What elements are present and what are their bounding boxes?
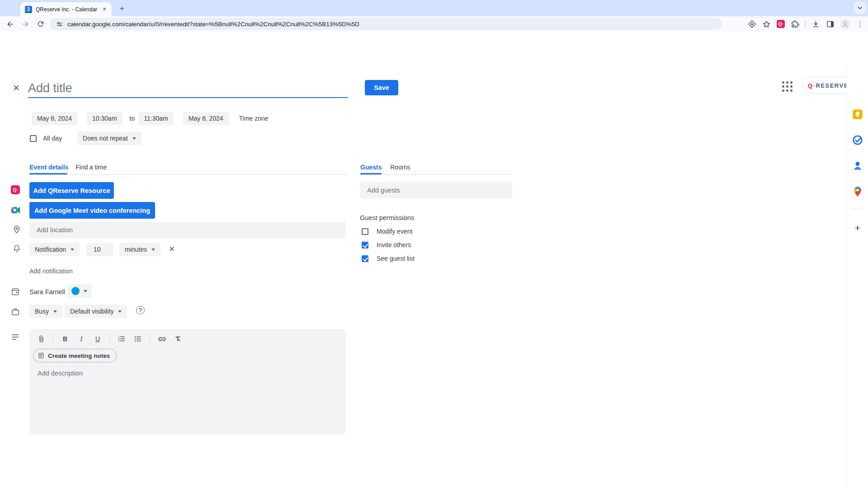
toolbar-separator	[805, 20, 806, 28]
calendar-owner-name: Sara Farnell	[29, 288, 65, 296]
bell-icon	[12, 244, 21, 253]
notification-minutes-input[interactable]	[86, 243, 113, 256]
italic-button[interactable]: I	[77, 334, 86, 344]
to-label: to	[130, 115, 135, 122]
chevron-down-icon	[132, 137, 136, 140]
left-tabs-divider	[29, 174, 348, 175]
subject-icon	[11, 333, 20, 342]
all-day-label: All day	[43, 135, 62, 142]
calendar-favicon: 2	[25, 6, 32, 13]
clear-format-icon[interactable]	[174, 334, 183, 344]
invite-others-checkbox[interactable]	[362, 242, 368, 249]
browser-tab[interactable]: 2 QReserve Inc. - Calendar - Ev ✕	[20, 2, 112, 16]
see-guest-list-checkbox[interactable]	[362, 255, 368, 262]
end-time-chip[interactable]: 11:30am	[138, 112, 173, 125]
save-button[interactable]: Save	[365, 80, 398, 95]
bold-button[interactable]: B	[61, 334, 70, 344]
visibility-help-icon[interactable]: ?	[136, 306, 145, 314]
underline-button[interactable]: U	[93, 334, 102, 344]
location-pin-icon	[12, 225, 21, 234]
description-panel[interactable]: B I U 123 Create meeting notes Add	[29, 329, 346, 435]
event-color-dot	[71, 287, 80, 295]
recurrence-dropdown[interactable]: Does not repeat	[77, 131, 142, 145]
right-tabs-divider	[360, 174, 512, 175]
new-tab-button[interactable]: +	[117, 3, 127, 14]
url-text: calendar.google.com/calendar/u/0/r/event…	[67, 21, 359, 28]
tab-guests[interactable]: Guests	[360, 164, 382, 171]
browser-tab-strip: 2 QReserve Inc. - Calendar - Ev ✕ +	[0, 0, 868, 16]
download-icon[interactable]	[811, 20, 820, 28]
menu-dots-icon[interactable]: ⋮	[856, 20, 864, 28]
remove-notification-icon[interactable]: ✕	[169, 245, 175, 253]
tab-find-a-time[interactable]: Find a time	[75, 164, 107, 171]
add-qreserve-resource-button[interactable]: Add QReserve Resource	[29, 182, 114, 199]
svg-text:3: 3	[118, 340, 120, 342]
description-placeholder: Add description	[38, 370, 83, 377]
start-time-chip[interactable]: 10:30am	[87, 112, 122, 125]
close-icon[interactable]: ✕	[10, 81, 23, 94]
maps-icon[interactable]	[852, 186, 863, 197]
busy-dropdown[interactable]: Busy	[29, 305, 62, 318]
browser-toolbar: calendar.google.com/calendar/u/0/r/event…	[0, 16, 868, 32]
event-edit-page: ✕ Save Q·RESERVE May 8, 2024 10:30am to …	[0, 32, 868, 488]
back-icon[interactable]	[4, 18, 16, 30]
preview-icon[interactable]	[748, 20, 756, 28]
add-notification-link[interactable]: Add notification	[29, 267, 73, 275]
tab-close-icon[interactable]: ✕	[101, 6, 108, 13]
meet-icon	[10, 205, 21, 216]
timezone-link[interactable]: Time zone	[239, 115, 269, 122]
qreserve-logo-text: Q·RESERVE	[808, 82, 849, 89]
extensions-puzzle-icon[interactable]	[791, 20, 799, 28]
tab-search-chevron-icon[interactable]	[854, 1, 866, 14]
bookmark-star-icon[interactable]	[762, 20, 771, 28]
chevron-down-icon	[118, 310, 122, 313]
title-underline	[28, 97, 348, 98]
add-guests-input[interactable]	[360, 182, 512, 198]
tasks-icon[interactable]	[852, 134, 863, 146]
datetime-row: May 8, 2024 10:30am to 11:30am May 8, 20…	[32, 112, 269, 125]
contacts-icon[interactable]	[852, 160, 863, 172]
side-panel-icon[interactable]	[826, 20, 835, 28]
tab-event-details[interactable]: Event details	[29, 164, 68, 171]
title-input[interactable]	[28, 80, 348, 97]
guest-permissions-title: Guest permissions	[360, 214, 414, 221]
qreserve-app-icon: Q·	[11, 185, 20, 194]
briefcase-icon	[11, 307, 20, 316]
event-color-dropdown[interactable]	[67, 284, 91, 298]
notification-type-dropdown[interactable]: Notification	[29, 243, 80, 256]
site-info-icon[interactable]	[56, 21, 63, 28]
profile-avatar[interactable]	[840, 19, 850, 29]
attachment-icon[interactable]	[37, 334, 46, 344]
notification-unit-dropdown[interactable]: minutes	[119, 243, 160, 256]
permission-row-invite: Invite others	[362, 241, 411, 249]
start-date-chip[interactable]: May 8, 2024	[32, 112, 77, 125]
create-meeting-notes-button[interactable]: Create meeting notes	[33, 349, 117, 362]
chevron-down-icon	[53, 310, 57, 313]
google-apps-grid-icon[interactable]	[782, 81, 793, 93]
tab-title: QReserve Inc. - Calendar - Ev	[36, 6, 97, 13]
modify-event-checkbox[interactable]	[362, 228, 368, 235]
permission-row-modify: Modify event	[362, 228, 412, 235]
reload-icon[interactable]	[34, 18, 47, 30]
link-icon[interactable]	[157, 334, 166, 344]
ordered-list-icon[interactable]: 123	[117, 334, 126, 344]
permission-row-guestlist: See guest list	[362, 255, 415, 262]
all-day-row: All day Does not repeat	[30, 131, 142, 145]
event-calendar-icon	[11, 287, 20, 296]
end-date-chip[interactable]: May 8, 2024	[183, 112, 229, 125]
visibility-dropdown[interactable]: Default visibility	[65, 305, 127, 318]
location-input[interactable]	[29, 222, 346, 238]
qreserve-extension-icon[interactable]: Q·	[777, 20, 785, 28]
meeting-notes-icon	[38, 352, 44, 359]
side-panel-divider	[852, 209, 863, 209]
url-bar[interactable]: calendar.google.com/calendar/u/0/r/event…	[50, 18, 722, 30]
all-day-checkbox[interactable]	[30, 135, 37, 142]
forward-icon[interactable]	[19, 18, 32, 30]
tab-rooms[interactable]: Rooms	[390, 164, 410, 171]
chevron-down-icon	[71, 249, 74, 251]
get-add-ons-button[interactable]: +	[852, 222, 863, 234]
keep-icon[interactable]	[852, 108, 863, 120]
workspace-side-panel: + ›	[846, 63, 868, 488]
bullet-list-icon[interactable]	[133, 334, 142, 344]
add-google-meet-button[interactable]: Add Google Meet video conferencing	[29, 202, 155, 219]
